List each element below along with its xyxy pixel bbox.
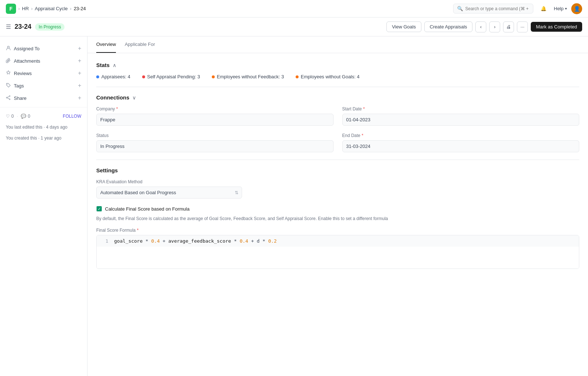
no-goals-label: Employees without Goals: 4	[301, 74, 359, 79]
ellipsis-icon: ···	[521, 24, 525, 30]
start-date-field: Start Date *	[342, 106, 580, 126]
stat-self-appraisal: Self Appraisal Pending: 3	[142, 74, 200, 79]
stats-divider	[96, 87, 579, 87]
kra-select[interactable]: Automated Based on Goal Progress Manual	[96, 187, 242, 199]
chevron-down-icon: ▾	[565, 7, 567, 11]
follow-button[interactable]: FOLLOW	[63, 114, 81, 119]
reviews-plus-icon[interactable]: +	[78, 70, 81, 77]
code-line-1: 1 goal_score * 0.4 + average_feedback_sc…	[97, 235, 579, 247]
status-label: Status	[96, 133, 334, 138]
kra-field: KRA Evaluation Method Automated Based on…	[96, 179, 579, 199]
formula-checkbox[interactable]: ✓	[96, 206, 102, 212]
tags-plus-icon[interactable]: +	[78, 82, 81, 89]
print-button[interactable]: 🖨	[503, 21, 514, 32]
nav-appraisal-cycle[interactable]: Appraisal Cycle	[35, 6, 67, 11]
nav-sep-1: ›	[18, 6, 20, 11]
avatar[interactable]: 👤	[571, 3, 582, 14]
self-appraisal-dot	[142, 75, 145, 78]
code-editor-body[interactable]	[97, 247, 579, 269]
sidebar-item-share[interactable]: Share +	[0, 92, 87, 104]
doc-title: 23-24	[15, 23, 31, 31]
connections-section-header: Connections ∨	[96, 94, 579, 101]
next-button[interactable]: ›	[489, 21, 500, 32]
layout: Assigned To + Attachments + Reviews +	[0, 36, 588, 376]
status-field: Status	[96, 133, 334, 152]
sidebar-tags-label: Tags	[14, 83, 24, 89]
assigned-to-icon	[6, 46, 11, 52]
help-label: Help	[554, 6, 564, 11]
sidebar-attachments-label: Attachments	[14, 58, 40, 64]
start-date-input[interactable]	[342, 114, 580, 126]
sidebar-item-tags[interactable]: Tags +	[0, 79, 87, 92]
mark-completed-button[interactable]: Mark as Completed	[531, 22, 582, 32]
nav-sep-2: ›	[31, 6, 32, 11]
svg-point-1	[7, 84, 8, 85]
formula-code[interactable]: goal_score * 0.4 + average_feedback_scor…	[114, 238, 277, 244]
attachments-plus-icon[interactable]: +	[78, 58, 81, 64]
nav-current: 23-24	[74, 6, 86, 11]
comment-button[interactable]: 💬 0	[21, 114, 30, 119]
more-options-button[interactable]: ···	[517, 21, 528, 32]
tab-overview[interactable]: Overview	[96, 36, 116, 53]
settings-section: Settings KRA Evaluation Method Automated…	[96, 167, 579, 269]
share-icon	[6, 95, 11, 101]
line-number: 1	[101, 238, 108, 244]
search-bar[interactable]: 🔍	[453, 4, 533, 13]
company-input[interactable]	[96, 114, 334, 126]
sidebar-item-attachments[interactable]: Attachments +	[0, 55, 87, 67]
company-label: Company *	[96, 106, 334, 111]
final-score-formula-field: Final Score Formula * 1 goal_score * 0.4…	[96, 228, 579, 269]
overview-content: Stats ∧ Appraisees: 4 Self Appraisal Pen…	[87, 53, 588, 278]
stats-toggle-icon[interactable]: ∧	[113, 62, 116, 68]
main-content: Overview Applicable For Stats ∧ Appraise…	[87, 36, 588, 376]
svg-point-4	[6, 97, 7, 98]
top-nav: F › HR › Appraisal Cycle › 23-24 🔍 🔔 Hel…	[0, 0, 588, 17]
prev-button[interactable]: ‹	[475, 21, 486, 32]
sub-header: ☰ 23-24 In Progress View Goals Create Ap…	[0, 17, 588, 36]
top-nav-right: 🔍 🔔 Help ▾ 👤	[453, 3, 582, 15]
code-editor: 1 goal_score * 0.4 + average_feedback_sc…	[96, 235, 579, 269]
settings-section-header: Settings	[96, 167, 579, 173]
like-button[interactable]: ♡ 0	[6, 114, 14, 119]
connections-toggle-icon[interactable]: ∨	[132, 95, 136, 101]
print-icon: 🖨	[506, 24, 511, 30]
help-button[interactable]: Help ▾	[554, 6, 567, 11]
share-plus-icon[interactable]: +	[78, 95, 81, 101]
svg-point-2	[9, 95, 10, 97]
attachment-icon	[6, 58, 11, 64]
comment-icon: 💬	[21, 114, 26, 119]
create-appraisals-button[interactable]: Create Appraisals	[424, 21, 473, 32]
search-input[interactable]	[465, 6, 529, 11]
sidebar-item-assigned-to[interactable]: Assigned To +	[0, 42, 87, 55]
sidebar-reviews-label: Reviews	[14, 71, 32, 76]
nav-hr[interactable]: HR	[22, 6, 29, 11]
kra-select-wrapper: Automated Based on Goal Progress Manual	[96, 187, 242, 199]
formula-checkbox-desc: By default, the Final Score is calculate…	[96, 215, 579, 222]
end-date-field: End Date *	[342, 133, 580, 152]
connections-divider	[96, 160, 579, 160]
no-goals-dot	[296, 75, 299, 78]
status-input[interactable]	[96, 140, 334, 152]
assigned-to-plus-icon[interactable]: +	[78, 45, 81, 52]
bell-icon: 🔔	[541, 6, 546, 11]
status-badge: In Progress	[35, 23, 65, 31]
sidebar-divider	[0, 107, 87, 107]
created-meta: You created this · 1 year ago	[0, 133, 87, 144]
chevron-left-icon: ‹	[480, 24, 482, 30]
app-logo: F	[6, 4, 16, 14]
notification-button[interactable]: 🔔	[538, 3, 549, 15]
breadcrumb-area: F › HR › Appraisal Cycle › 23-24	[6, 4, 86, 14]
last-edited-meta: You last edited this · 4 days ago	[0, 122, 87, 133]
sidebar-item-reviews[interactable]: Reviews +	[0, 67, 87, 79]
nav-sep-3: ›	[70, 6, 71, 11]
hamburger-icon[interactable]: ☰	[6, 23, 11, 30]
heart-icon: ♡	[6, 114, 10, 119]
chevron-right-icon: ›	[494, 24, 495, 30]
no-feedback-dot	[212, 75, 215, 78]
end-date-input[interactable]	[342, 140, 580, 152]
tab-applicable-for[interactable]: Applicable For	[125, 36, 155, 53]
search-icon: 🔍	[457, 6, 463, 11]
view-goals-button[interactable]: View Goals	[386, 21, 421, 32]
sub-header-right: View Goals Create Appraisals ‹ › 🖨 ··· M…	[386, 21, 582, 32]
stats-title: Stats	[96, 62, 110, 68]
